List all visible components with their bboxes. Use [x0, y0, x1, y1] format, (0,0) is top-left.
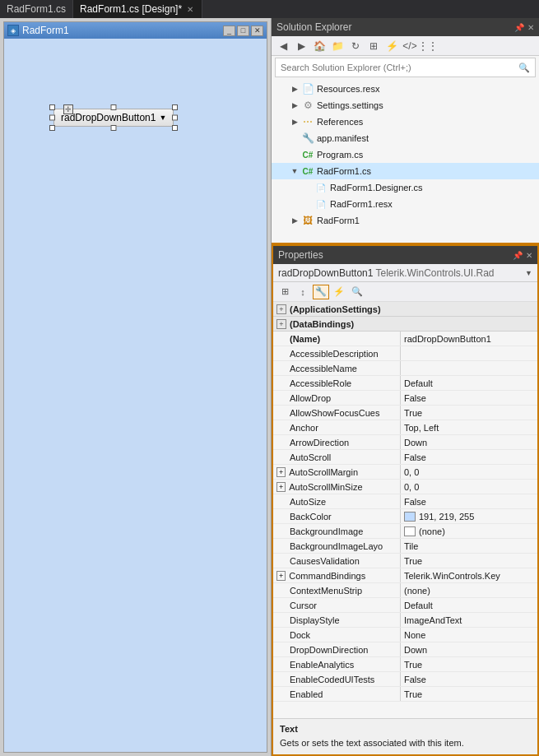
prop-events-button[interactable]: ⚡: [331, 285, 347, 299]
tree-item-resources-resx[interactable]: ▶ 📄 Resources.resx: [272, 81, 539, 97]
resize-handle-bm[interactable]: [111, 125, 117, 131]
expand-icon[interactable]: +: [276, 571, 286, 581]
se-properties-button[interactable]: 🏠: [311, 39, 328, 53]
prop-row-enable-analytics[interactable]: EnableAnalytics True: [273, 657, 537, 672]
form-maximize-button[interactable]: □: [237, 26, 249, 36]
prop-search-button[interactable]: 🔍: [349, 285, 365, 299]
tree-label: Resources.resx: [317, 84, 379, 94]
tree-label: Program.cs: [317, 150, 363, 160]
tree-expand-icon[interactable]: ▶: [288, 115, 301, 128]
resize-handle-tr[interactable]: [172, 104, 178, 110]
resize-handle-tm[interactable]: [111, 104, 117, 110]
tree-item-radform1-designer[interactable]: ▶ 📄 RadForm1.Designer.cs: [272, 179, 539, 196]
prop-row-cursor[interactable]: Cursor Default: [273, 598, 537, 613]
prop-value-cell: Telerik.WinControls.Key: [401, 568, 537, 582]
prop-categorized-button[interactable]: ⊞: [276, 285, 293, 299]
se-show-all-files-button[interactable]: 📁: [329, 39, 346, 53]
form-close-button[interactable]: ✕: [251, 26, 263, 36]
form-designer-panel: ◈ RadForm1 _ □ ✕: [0, 18, 272, 756]
prop-row-drop-down-direction[interactable]: DropDownDirection Down: [273, 642, 537, 657]
se-back-button[interactable]: ◀: [275, 39, 291, 53]
prop-row-dock[interactable]: Dock None: [273, 628, 537, 642]
prop-row-accessible-role[interactable]: AccessibleRole Default: [273, 376, 537, 391]
prop-name-cell: AllowDrop: [273, 391, 401, 405]
prop-row-auto-scroll-min-size[interactable]: +AutoScrollMinSize 0, 0: [273, 480, 537, 494]
prop-value-cell: radDropDownButton1: [401, 332, 537, 346]
se-more-button[interactable]: ⋮⋮: [420, 39, 436, 53]
solution-explorer: Solution Explorer 📌 ✕ ◀ ▶ 🏠 📁 ↻ ⊞ ⚡ </> …: [272, 18, 539, 244]
prop-object-dropdown-arrow[interactable]: ▼: [525, 269, 532, 277]
tree-item-radform1-cs[interactable]: ▼ C# RadForm1.cs: [272, 163, 539, 179]
prop-row-auto-size[interactable]: AutoSize False: [273, 494, 537, 509]
prop-row-name[interactable]: (Name) radDropDownButton1: [273, 332, 537, 346]
pin-icon[interactable]: 📌: [513, 251, 523, 260]
prop-row-auto-scroll[interactable]: AutoScroll False: [273, 450, 537, 465]
prop-row-auto-scroll-margin[interactable]: +AutoScrollMargin 0, 0: [273, 465, 537, 480]
tab-radform1-design[interactable]: RadForm1.cs [Design]* ✕: [73, 0, 202, 18]
prop-row-back-color[interactable]: BackColor 191, 219, 255: [273, 509, 537, 524]
expand-icon[interactable]: +: [276, 482, 286, 492]
cs-designer-icon: 📄: [314, 181, 328, 194]
resize-handle-br[interactable]: [172, 125, 178, 131]
control-text: radDropDownButton1: [61, 112, 156, 123]
prop-row-allow-drop[interactable]: AllowDrop False: [273, 391, 537, 406]
prop-row-enabled[interactable]: Enabled True: [273, 687, 537, 702]
prop-name-cell: AccessibleRole: [273, 376, 401, 390]
resize-handle-ml[interactable]: [49, 115, 55, 121]
tree-expand-icon[interactable]: ▼: [288, 165, 301, 178]
prop-row-accessible-name[interactable]: AccessibleName: [273, 361, 537, 376]
tree-label: Settings.settings: [317, 100, 383, 110]
prop-row-allow-show-focus-cues[interactable]: AllowShowFocusCues True: [273, 406, 537, 420]
move-handle[interactable]: ✛: [63, 104, 73, 114]
tree-expand-icon[interactable]: ▶: [288, 82, 301, 95]
panel-close-icon[interactable]: ✕: [526, 251, 532, 260]
tree-item-settings[interactable]: ▶ ⚙ Settings.settings: [272, 97, 539, 114]
prop-row-command-bindings[interactable]: +CommandBindings Telerik.WinControls.Key: [273, 568, 537, 583]
prop-row-context-menu-strip[interactable]: ContextMenuStrip (none): [273, 583, 537, 598]
tab-radform1-cs[interactable]: RadForm1.cs: [0, 0, 73, 18]
prop-row-display-style[interactable]: DisplayStyle ImageAndText: [273, 613, 537, 628]
prop-value-cell: Down: [401, 435, 537, 449]
category-expand-icon[interactable]: +: [276, 304, 286, 314]
prop-row-background-image-layout[interactable]: BackgroundImageLayo Tile: [273, 539, 537, 554]
panel-close-icon[interactable]: ✕: [527, 23, 534, 32]
form-body[interactable]: ✛ radDropDownButton1 ▼: [4, 39, 267, 752]
tree-item-program-cs[interactable]: ▶ C# Program.cs: [272, 146, 539, 163]
expand-icon[interactable]: +: [276, 467, 286, 477]
tree-expand-icon[interactable]: ▶: [288, 99, 301, 112]
prop-object-selector[interactable]: radDropDownButton1 Telerik.WinControls.U…: [273, 264, 537, 282]
tree-item-references[interactable]: ▶ ⋯ References: [272, 114, 539, 130]
tree-item-manifest[interactable]: ▶ 🔧 app.manifest: [272, 130, 539, 146]
se-search-input[interactable]: [281, 63, 518, 72]
se-sync-button[interactable]: ⚡: [383, 39, 400, 53]
se-refresh-button[interactable]: ↻: [347, 39, 364, 53]
tab-close-button[interactable]: ✕: [185, 4, 195, 15]
resize-handle-bl[interactable]: [49, 125, 55, 131]
resize-handle-mr[interactable]: [172, 115, 178, 121]
category-application-settings[interactable]: + (ApplicationSettings): [273, 302, 537, 317]
prop-row-enable-coded-ui-tests[interactable]: EnableCodedUITests False: [273, 672, 537, 687]
se-toolbar: ◀ ▶ 🏠 📁 ↻ ⊞ ⚡ </> ⋮⋮: [272, 36, 539, 56]
category-expand-icon[interactable]: +: [276, 319, 286, 329]
category-data-bindings[interactable]: + (DataBindings): [273, 317, 537, 332]
tree-label: app.manifest: [317, 133, 369, 143]
se-collapse-button[interactable]: ⊞: [365, 39, 382, 53]
se-forward-button[interactable]: ▶: [293, 39, 309, 53]
prop-name-cell: ArrowDirection: [273, 435, 401, 449]
tree-expand-icon[interactable]: ▶: [288, 214, 301, 227]
prop-row-anchor[interactable]: Anchor Top, Left: [273, 420, 537, 435]
resize-handle-tl[interactable]: [49, 104, 55, 110]
se-tree[interactable]: ▶ 📄 Resources.resx ▶ ⚙ Settings.settings…: [272, 79, 539, 243]
tree-item-radform1-form[interactable]: ▶ 🖼 RadForm1: [272, 212, 539, 229]
form-minimize-button[interactable]: _: [223, 26, 235, 36]
prop-row-arrow-direction[interactable]: ArrowDirection Down: [273, 435, 537, 450]
pin-icon[interactable]: 📌: [514, 23, 524, 32]
prop-row-accessible-desc[interactable]: AccessibleDescription: [273, 346, 537, 361]
tree-item-radform1-resx[interactable]: ▶ 📄 RadForm1.resx: [272, 196, 539, 212]
prop-row-causes-validation[interactable]: CausesValidation True: [273, 554, 537, 568]
prop-properties-button[interactable]: 🔧: [313, 285, 329, 299]
prop-alphabetical-button[interactable]: ↕: [295, 285, 311, 299]
se-code-button[interactable]: </>: [402, 39, 418, 53]
prop-value-cell: ImageAndText: [401, 613, 537, 627]
prop-row-background-image[interactable]: BackgroundImage (none): [273, 524, 537, 539]
